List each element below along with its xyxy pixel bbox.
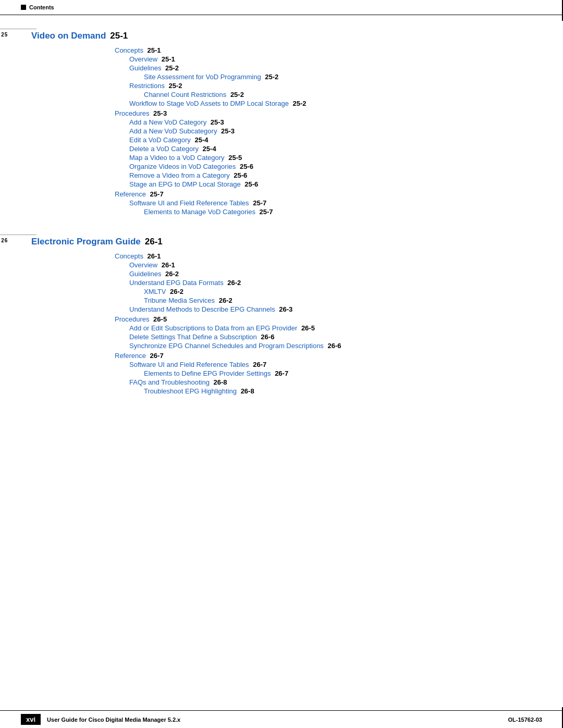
toc-link-software-ui-26[interactable]: Software UI and Field Reference Tables — [129, 361, 249, 368]
toc-link[interactable]: Overview — [129, 55, 157, 63]
toc-link[interactable]: Guidelines — [129, 64, 161, 72]
toc-link[interactable]: Troubleshoot EPG Highlighting — [144, 387, 237, 395]
chapter-25-header: CHAPTER 25 Video on Demand 25-1 — [31, 31, 532, 41]
toc-link[interactable]: Synchronize EPG Channel Schedules and Pr… — [129, 342, 324, 350]
chapter-25-label: CHAPTER 25 — [0, 32, 8, 38]
chapter-25-title-page: 25-1 — [110, 31, 128, 41]
toc-entry: Concepts 26-1 — [115, 252, 532, 260]
toc-entry: Synchronize EPG Channel Schedules and Pr… — [129, 342, 532, 350]
footer: xvi User Guide for Cisco Digital Media M… — [0, 710, 563, 728]
top-bar: Contents — [0, 0, 563, 15]
toc-entry: Remove a Video from a Category 25-6 — [129, 171, 532, 179]
toc-link-procedures-25[interactable]: Procedures — [115, 109, 149, 117]
toc-entry: Troubleshoot EPG Highlighting 26-8 — [144, 387, 532, 395]
chapter-25-toc-entries: Concepts 25-1 Overview 25-1 Guidelines 2… — [115, 46, 532, 216]
toc-entry: Understand Methods to Describe EPG Chann… — [129, 305, 532, 313]
toc-entry: Delete Settings That Define a Subscripti… — [129, 333, 532, 341]
toc-entry: Guidelines 25-2 — [129, 64, 532, 72]
toc-entry: Elements to Manage VoD Categories 25-7 — [144, 208, 532, 216]
toc-link-procedures-26[interactable]: Procedures — [115, 315, 149, 323]
toc-link[interactable]: Add a New VoD Subcategory — [129, 127, 217, 135]
toc-entry: Add a New VoD Category 25-3 — [129, 118, 532, 126]
chapter-26-label: CHAPTER 26 — [0, 238, 8, 243]
toc-entry: XMLTV 26-2 — [144, 288, 532, 295]
toc-link[interactable]: Map a Video to a VoD Category — [129, 154, 225, 162]
toc-entry: Add or Edit Subscriptions to Data from a… — [129, 324, 532, 332]
toc-entry: Stage an EPG to DMP Local Storage 25-6 — [129, 180, 532, 188]
chapter-26-header: CHAPTER 26 Electronic Program Guide 26-1 — [31, 237, 532, 247]
toc-entry: Restrictions 25-2 — [129, 82, 532, 90]
toc-link[interactable]: Workflow to Stage VoD Assets to DMP Loca… — [129, 100, 289, 107]
toc-link[interactable]: Guidelines — [129, 270, 161, 278]
toc-link[interactable]: Understand Methods to Describe EPG Chann… — [129, 305, 275, 313]
toc-link-delete-settings[interactable]: Delete Settings That Define a Subscripti… — [129, 333, 257, 341]
page-container: Contents CHAPTER 25 Video on Demand 25-1… — [0, 0, 563, 728]
toc-link[interactable]: Tribune Media Services — [144, 297, 215, 304]
chapter-26-title-page: 26-1 — [145, 237, 163, 247]
toc-link[interactable]: XMLTV — [144, 288, 166, 295]
toc-entry: Concepts 25-1 — [115, 46, 532, 54]
toc-link[interactable]: Site Assessment for VoD Programming — [144, 73, 261, 81]
chapter-25-title-link[interactable]: Video on Demand — [31, 31, 106, 41]
footer-document-title: User Guide for Cisco Digital Media Manag… — [47, 717, 180, 723]
toc-link[interactable]: Overview — [129, 261, 157, 269]
toc-entry: Site Assessment for VoD Programming 25-2 — [144, 73, 532, 81]
toc-entry: FAQs and Troubleshooting 26-8 — [129, 378, 532, 386]
toc-link[interactable]: FAQs and Troubleshooting — [129, 378, 210, 386]
chapter-25-block: CHAPTER 25 Video on Demand 25-1 Concepts… — [31, 31, 532, 216]
toc-link-software-ui-25[interactable]: Software UI and Field Reference Tables — [129, 199, 249, 207]
toc-link[interactable]: Delete a VoD Category — [129, 145, 199, 153]
toc-link-reference-26[interactable]: Reference — [115, 352, 146, 360]
toc-content: CHAPTER 25 Video on Demand 25-1 Concepts… — [0, 15, 563, 447]
chapter-26-block: CHAPTER 26 Electronic Program Guide 26-1… — [31, 237, 532, 395]
toc-entry: Channel Count Restrictions 25-2 — [144, 91, 532, 98]
toc-entry: Procedures 25-3 — [115, 109, 532, 117]
toc-link[interactable]: Understand EPG Data Formats — [129, 279, 224, 287]
toc-link[interactable]: Remove a Video from a Category — [129, 171, 230, 179]
toc-entry: Reference 26-7 — [115, 352, 532, 360]
toc-link[interactable]: Elements to Manage VoD Categories — [144, 208, 255, 216]
toc-link[interactable]: Organize Videos in VoD Categories — [129, 163, 236, 170]
toc-entry: Understand EPG Data Formats 26-2 — [129, 279, 532, 287]
footer-doc-id: OL-15762-03 — [508, 717, 542, 723]
toc-link[interactable]: Restrictions — [129, 82, 165, 90]
toc-link-channel-count-restrictions[interactable]: Channel Count Restrictions — [144, 91, 226, 98]
top-bar-contents: Contents — [21, 4, 54, 10]
toc-entry: Workflow to Stage VoD Assets to DMP Loca… — [129, 100, 532, 107]
toc-entry: Tribune Media Services 26-2 — [144, 297, 532, 304]
toc-entry: Overview 26-1 — [129, 261, 532, 269]
toc-link[interactable]: Edit a VoD Category — [129, 136, 191, 144]
toc-entry: Guidelines 26-2 — [129, 270, 532, 278]
toc-entry: Reference 25-7 — [115, 190, 532, 198]
toc-entry: Edit a VoD Category 25-4 — [129, 136, 532, 144]
toc-link[interactable]: Stage an EPG to DMP Local Storage — [129, 180, 241, 188]
toc-link[interactable]: Add or Edit Subscriptions to Data from a… — [129, 324, 297, 332]
toc-entry: Delete a VoD Category 25-4 — [129, 145, 532, 153]
toc-entry: Overview 25-1 — [129, 55, 532, 63]
toc-entry: Software UI and Field Reference Tables 2… — [129, 199, 532, 207]
footer-left: xvi User Guide for Cisco Digital Media M… — [21, 714, 180, 725]
chapter-26-toc-entries: Concepts 26-1 Overview 26-1 Guidelines 2… — [115, 252, 532, 395]
toc-link[interactable]: Concepts — [115, 252, 143, 260]
toc-link[interactable]: Elements to Define EPG Provider Settings — [144, 369, 271, 377]
toc-entry: Map a Video to a VoD Category 25-5 — [129, 154, 532, 162]
toc-link[interactable]: Concepts — [115, 46, 143, 54]
top-bar-label: Contents — [29, 4, 54, 10]
toc-link-reference-25[interactable]: Reference — [115, 190, 146, 198]
toc-entry: Organize Videos in VoD Categories 25-6 — [129, 163, 532, 170]
top-bar-square-icon — [21, 5, 26, 10]
toc-entry: Procedures 26-5 — [115, 315, 532, 323]
toc-entry: Add a New VoD Subcategory 25-3 — [129, 127, 532, 135]
footer-page-number: xvi — [21, 714, 41, 725]
toc-entry: Software UI and Field Reference Tables 2… — [129, 361, 532, 368]
toc-entry: Elements to Define EPG Provider Settings… — [144, 369, 532, 377]
chapter-26-title-link[interactable]: Electronic Program Guide — [31, 237, 141, 247]
toc-link[interactable]: Add a New VoD Category — [129, 118, 206, 126]
